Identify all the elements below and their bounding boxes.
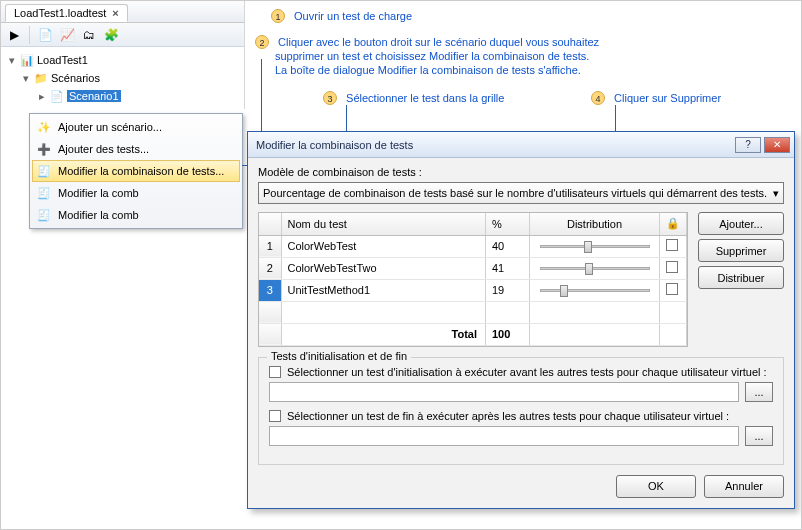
cancel-button[interactable]: Annuler bbox=[704, 475, 784, 498]
tree-scenario1-label: Scenario1 bbox=[67, 90, 121, 102]
grid-total-row: Total 100 bbox=[259, 323, 687, 345]
callout-text: Cliquer avec le bouton droit sur le scén… bbox=[278, 36, 599, 48]
add-button[interactable]: Ajouter... bbox=[698, 212, 784, 235]
callout-1: 1 Ouvrir un test de charge bbox=[271, 9, 412, 23]
expander-icon[interactable]: ▾ bbox=[7, 54, 17, 67]
edit-icon: 🧾 bbox=[36, 209, 52, 222]
grid-row[interactable]: 3UnitTestMethod119 bbox=[259, 279, 687, 301]
row-distribution[interactable] bbox=[530, 257, 660, 279]
help-button[interactable]: ? bbox=[735, 137, 761, 153]
dialog-title: Modifier la combinaison de tests bbox=[256, 139, 413, 151]
row-pct[interactable]: 40 bbox=[486, 235, 530, 257]
step-number-icon: 4 bbox=[591, 91, 605, 105]
tree-scenarios-label: Scénarios bbox=[51, 72, 100, 84]
expander-icon[interactable]: ▸ bbox=[37, 90, 47, 103]
row-lock[interactable] bbox=[660, 279, 687, 301]
lock-icon: 🔒 bbox=[666, 217, 680, 229]
ok-button[interactable]: OK bbox=[616, 475, 696, 498]
scenario-icon: 📄 bbox=[50, 89, 64, 103]
end-test-checkbox[interactable] bbox=[269, 410, 281, 422]
grid-header-dist[interactable]: Distribution bbox=[530, 213, 660, 235]
step-number-icon: 2 bbox=[255, 35, 269, 49]
close-tab-icon[interactable]: × bbox=[112, 7, 118, 19]
end-test-label: Sélectionner un test de fin à exécuter a… bbox=[287, 410, 729, 422]
document-tab[interactable]: LoadTest1.loadtest × bbox=[5, 4, 128, 22]
distribution-slider[interactable] bbox=[540, 284, 650, 296]
ctx-edit-test-mix[interactable]: 🧾 Modifier la combinaison de tests... bbox=[32, 160, 240, 182]
lock-checkbox[interactable] bbox=[666, 239, 678, 251]
row-pct[interactable]: 19 bbox=[486, 279, 530, 301]
ctx-label: Modifier la comb bbox=[58, 209, 139, 221]
callout-4: 4 Cliquer sur Supprimer bbox=[591, 91, 721, 105]
row-number[interactable]: 1 bbox=[259, 235, 281, 257]
end-test-path-input[interactable] bbox=[269, 426, 739, 446]
slider-thumb[interactable] bbox=[560, 285, 568, 297]
tab-strip: LoadTest1.loadtest × bbox=[1, 1, 244, 23]
row-pct[interactable]: 41 bbox=[486, 257, 530, 279]
slider-track bbox=[540, 267, 650, 270]
ctx-edit-mix-other2[interactable]: 🧾 Modifier la comb bbox=[32, 204, 240, 226]
end-test-browse-button[interactable]: ... bbox=[745, 426, 773, 446]
row-distribution[interactable] bbox=[530, 235, 660, 257]
init-test-checkbox[interactable] bbox=[269, 366, 281, 378]
editor-panel: LoadTest1.loadtest × ▶ 📄 📈 🗂 🧩 ▾ 📊 LoadT… bbox=[1, 1, 245, 109]
tree-scenarios[interactable]: ▾ 📁 Scénarios bbox=[3, 69, 242, 87]
expander-icon[interactable]: ▾ bbox=[21, 72, 31, 85]
callout-3: 3 Sélectionner le test dans la grille bbox=[323, 91, 504, 105]
callout-2: 2 Cliquer avec le bouton droit sur le sc… bbox=[255, 35, 725, 77]
row-lock[interactable] bbox=[660, 257, 687, 279]
row-number[interactable]: 3 bbox=[259, 279, 281, 301]
grid-header-lock[interactable]: 🔒 bbox=[660, 213, 687, 235]
step-number-icon: 1 bbox=[271, 9, 285, 23]
ctx-label: Ajouter des tests... bbox=[58, 143, 149, 155]
grid-header-name[interactable]: Nom du test bbox=[281, 213, 486, 235]
grid-row[interactable]: 1ColorWebTest40 bbox=[259, 235, 687, 257]
row-lock[interactable] bbox=[660, 235, 687, 257]
total-value: 100 bbox=[486, 323, 530, 345]
distribute-button[interactable]: Distribuer bbox=[698, 266, 784, 289]
row-distribution[interactable] bbox=[530, 279, 660, 301]
tab-title: LoadTest1.loadtest bbox=[14, 7, 106, 19]
slider-thumb[interactable] bbox=[584, 241, 592, 253]
callout-text: Ouvrir un test de charge bbox=[294, 10, 412, 22]
wizard-icon: ✨ bbox=[36, 121, 52, 134]
add-scenario-icon[interactable]: 📄 bbox=[36, 26, 54, 44]
add-counter-icon[interactable]: 📈 bbox=[58, 26, 76, 44]
mix-model-combo[interactable]: Pourcentage de combinaison de tests basé… bbox=[258, 182, 784, 204]
slider-track bbox=[540, 245, 650, 248]
grid-row[interactable]: 2ColorWebTestTwo41 bbox=[259, 257, 687, 279]
dialog-titlebar[interactable]: Modifier la combinaison de tests ? ✕ bbox=[248, 132, 794, 158]
run-icon[interactable]: ▶ bbox=[5, 26, 23, 44]
grid-empty-row bbox=[259, 301, 687, 323]
remove-button[interactable]: Supprimer bbox=[698, 239, 784, 262]
callout-text: Cliquer sur Supprimer bbox=[614, 92, 721, 104]
settings-icon[interactable]: 🧩 bbox=[102, 26, 120, 44]
distribution-slider[interactable] bbox=[540, 262, 650, 274]
row-test-name[interactable]: UnitTestMethod1 bbox=[281, 279, 486, 301]
edit-test-mix-dialog: Modifier la combinaison de tests ? ✕ Mod… bbox=[247, 131, 795, 509]
row-test-name[interactable]: ColorWebTestTwo bbox=[281, 257, 486, 279]
slider-thumb[interactable] bbox=[585, 263, 593, 275]
row-test-name[interactable]: ColorWebTest bbox=[281, 235, 486, 257]
ctx-edit-mix-other1[interactable]: 🧾 Modifier la comb bbox=[32, 182, 240, 204]
context-menu: ✨ Ajouter un scénario... ➕ Ajouter des t… bbox=[29, 113, 243, 229]
tree-root[interactable]: ▾ 📊 LoadTest1 bbox=[3, 51, 242, 69]
close-button[interactable]: ✕ bbox=[764, 137, 790, 153]
ctx-add-scenario[interactable]: ✨ Ajouter un scénario... bbox=[32, 116, 240, 138]
lock-checkbox[interactable] bbox=[666, 283, 678, 295]
group-title: Tests d'initialisation et de fin bbox=[267, 350, 411, 362]
row-number[interactable]: 2 bbox=[259, 257, 281, 279]
lock-checkbox[interactable] bbox=[666, 261, 678, 273]
init-test-path-input[interactable] bbox=[269, 382, 739, 402]
ctx-add-tests[interactable]: ➕ Ajouter des tests... bbox=[32, 138, 240, 160]
test-mix-grid[interactable]: Nom du test % Distribution 🔒 1ColorWebTe… bbox=[258, 212, 688, 347]
loadtest-toolbar: ▶ 📄 📈 🗂 🧩 bbox=[1, 23, 244, 47]
init-test-browse-button[interactable]: ... bbox=[745, 382, 773, 402]
edit-mix-icon: 🧾 bbox=[36, 165, 52, 178]
distribution-slider[interactable] bbox=[540, 240, 650, 252]
callout-text: La boîte de dialogue Modifier la combina… bbox=[275, 63, 581, 77]
grid-header-pct[interactable]: % bbox=[486, 213, 530, 235]
tree-root-label: LoadTest1 bbox=[37, 54, 88, 66]
tree-scenario1[interactable]: ▸ 📄 Scenario1 bbox=[3, 87, 242, 105]
manage-icon[interactable]: 🗂 bbox=[80, 26, 98, 44]
